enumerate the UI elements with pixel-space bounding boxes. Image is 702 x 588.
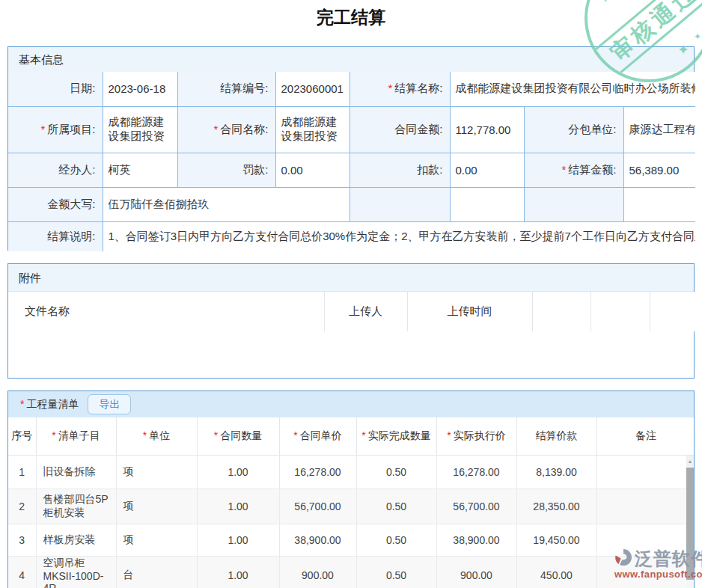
cell-seq: 3 (8, 524, 36, 556)
attachments-col-empty (650, 292, 695, 331)
cell-actual-price: 900.00 (436, 556, 516, 588)
export-button[interactable]: 导出 (88, 394, 131, 414)
cell-contract-price: 38,900.00 (279, 524, 356, 556)
boq-row: 1 旧设备拆除 项 1.00 16,278.00 0.50 16,278.00 … (8, 455, 695, 489)
cell-contract-qty: 1.00 (197, 489, 279, 524)
boq-col-seq: 序号 (8, 417, 36, 455)
fine-value: 0.00 (275, 153, 350, 187)
settlement-name-label: *结算名称: (350, 72, 450, 106)
cell-settle: 8,139.00 (516, 455, 596, 489)
boq-col-settle: 结算价款 (516, 417, 596, 455)
basic-info-section-title: 基本信息 (8, 47, 694, 72)
handler-label: 经办人: (8, 153, 103, 187)
boq-col-contract-qty: *合同数量 (197, 417, 279, 455)
subcontractor-label: 分包单位: (524, 106, 623, 153)
empty-value-cell (450, 187, 524, 221)
cell-unit: 项 (116, 455, 197, 489)
cell-contract-price: 56,700.00 (279, 489, 356, 524)
watermark-brand: 泛普软件 (635, 547, 702, 571)
settlement-note-label: 结算说明: (8, 221, 103, 251)
amount-words-label: 金额大写: (8, 187, 103, 221)
attachments-col-empty (590, 292, 650, 331)
cell-item: 空调吊柜MKSII-100D-4R (36, 556, 116, 588)
attachments-table: 文件名称 上传人 上传时间 (8, 292, 695, 331)
boq-col-contract-price: *合同单价 (279, 417, 356, 455)
boq-table: 序号 *清单子目 *单位 *合同数量 *合同单价 *实际完成数量 *实际执行价 … (8, 417, 695, 588)
basic-info-table: 日期: 2023-06-18 结算编号: 2023060001 *结算名称: 成… (8, 72, 695, 251)
required-asterisk: * (52, 429, 55, 441)
required-asterisk: * (361, 429, 365, 441)
empty-label-cell (524, 187, 623, 221)
contract-name-label: *合同名称: (177, 106, 275, 153)
cell-item: 售楼部四台5P柜机安装 (36, 489, 116, 524)
stamp-star-icon: ✦ (677, 41, 689, 58)
attachments-section-title: 附件 (8, 264, 694, 292)
boq-section-header: *工程量清单 导出 (8, 391, 694, 417)
cell-actual-qty: 0.50 (356, 489, 436, 524)
boq-row: 2 售楼部四台5P柜机安装 项 1.00 56,700.00 0.50 56,7… (8, 489, 695, 524)
boq-col-actual-qty: *实际完成数量 (356, 417, 436, 455)
fine-label: 罚款: (177, 153, 275, 187)
date-value: 2023-06-18 (103, 72, 177, 106)
cell-actual-price: 56,700.00 (436, 489, 516, 524)
required-asterisk: * (388, 82, 392, 94)
cell-contract-qty: 1.00 (197, 556, 279, 588)
fanpu-logo-icon (614, 548, 632, 569)
required-asterisk: * (561, 163, 566, 176)
settlement-no-label: 结算编号: (177, 72, 275, 106)
required-asterisk: * (447, 429, 451, 441)
deduction-label: 扣款: (350, 153, 450, 187)
page: 完工结算 ✦ ✦ ✦ ✦ 审核通过 基本信息 日期: 2023-06-18 结算… (0, 0, 702, 588)
attachments-col-file-name: 文件名称 (8, 292, 324, 331)
cell-contract-price: 16,278.00 (279, 455, 356, 489)
handler-value: 柯英 (103, 153, 177, 187)
required-asterisk: * (143, 429, 147, 441)
required-asterisk: * (20, 398, 24, 410)
empty-value-cell (623, 187, 695, 221)
settlement-amount-value: 56,389.00 (623, 153, 695, 187)
cell-contract-qty: 1.00 (197, 524, 279, 556)
cell-settle: 28,350.00 (516, 489, 596, 524)
project-label: *所属项目: (8, 106, 103, 153)
required-asterisk: * (213, 123, 218, 135)
scroll-up-arrow-icon[interactable]: ▲ (686, 456, 694, 467)
boq-col-actual-price: *实际执行价 (436, 417, 516, 455)
amount-words-value: 伍万陆仟叁佰捌拾玖 (103, 187, 350, 221)
cell-remark (596, 489, 695, 524)
required-asterisk: * (40, 123, 45, 135)
cell-seq: 1 (8, 455, 36, 489)
cell-unit: 项 (116, 524, 197, 556)
attachments-section: 附件 文件名称 上传人 上传时间 (7, 263, 695, 379)
stamp-star-icon: ✦ (599, 0, 611, 7)
subcontractor-value: 康源达工程有 (623, 106, 695, 153)
cell-contract-qty: 1.00 (197, 455, 279, 489)
boq-row: 3 样板房安装 项 1.00 38,900.00 0.50 38,900.00 … (8, 524, 695, 556)
required-asterisk: * (293, 429, 297, 441)
boq-header-row: 序号 *清单子目 *单位 *合同数量 *合同单价 *实际完成数量 *实际执行价 … (8, 417, 695, 455)
cell-item: 样板房安装 (36, 524, 116, 556)
boq-col-unit: *单位 (116, 417, 197, 455)
settlement-amount-label: *结算金额: (524, 153, 623, 187)
cell-actual-qty: 0.50 (356, 556, 436, 588)
attachments-col-upload-time: 上传时间 (407, 292, 532, 331)
cell-actual-qty: 0.50 (356, 455, 436, 489)
cell-unit: 项 (116, 489, 197, 524)
boq-col-item: *清单子目 (36, 417, 116, 455)
vendor-watermark: 泛普软件 www.fanpusoft.com (614, 547, 702, 580)
cell-unit: 台 (116, 556, 197, 588)
watermark-url: www.fanpusoft.com (614, 569, 702, 580)
cell-item: 旧设备拆除 (36, 455, 116, 489)
required-asterisk: * (214, 429, 218, 441)
project-value: 成都能源建设集团投资 (103, 106, 177, 153)
cell-settle: 19,450.00 (516, 524, 596, 556)
deduction-value: 0.00 (450, 153, 524, 187)
cell-settle: 450.00 (516, 556, 596, 588)
boq-section-title: *工程量清单 (20, 398, 79, 411)
contract-amount-value: 112,778.00 (450, 106, 524, 153)
basic-info-section: 基本信息 日期: 2023-06-18 结算编号: 2023060001 *结算… (7, 46, 695, 251)
empty-label-cell (350, 187, 450, 221)
cell-remark (596, 455, 695, 489)
cell-actual-qty: 0.50 (356, 524, 436, 556)
cell-seq: 4 (8, 556, 36, 588)
attachments-col-uploader: 上传人 (324, 292, 407, 331)
